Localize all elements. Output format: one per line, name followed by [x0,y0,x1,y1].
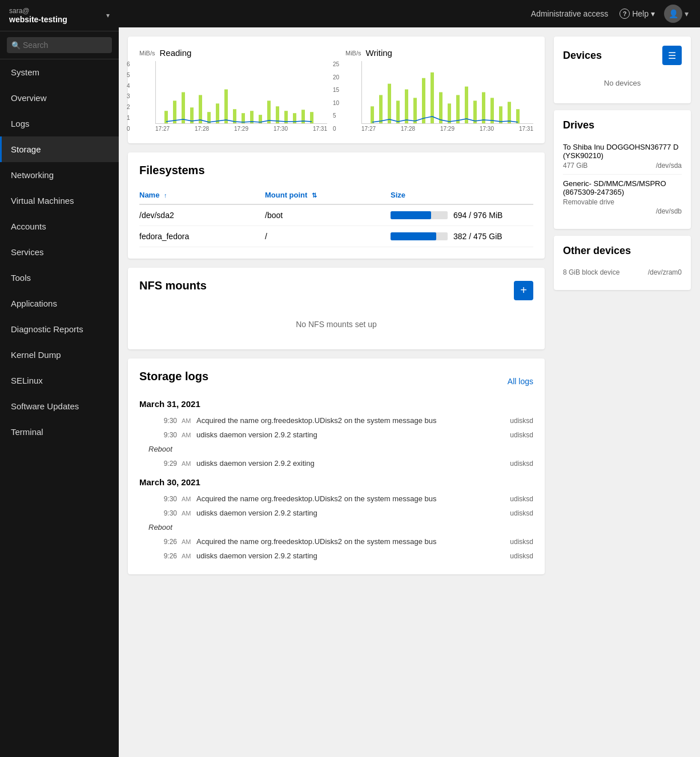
main-area: Administrative access ? Help ▾ 👤 ▾ MiB/s… [119,0,700,757]
log-time: 9:30 [148,417,177,425]
devices-card-header: Devices ☰ [563,46,682,65]
log-am: AM [182,460,192,467]
zram0-name: 8 GiB block device [563,268,619,276]
storage-logs-card: Storage logs All logs March 31, 2021 9:3… [128,359,545,574]
col-name[interactable]: Name ↑ [139,186,265,204]
log-am: AM [182,432,192,438]
table-row: fedora_fedora / 382 / 475 GiB [139,226,533,247]
writing-chart-area [361,61,533,124]
user-email: sara@ [9,7,67,15]
all-logs-link[interactable]: All logs [508,377,533,386]
table-row: /dev/sda2 /boot 694 / 976 MiB [139,204,533,226]
sidebar-item-overview[interactable]: Overview [0,85,119,111]
log-am: AM [182,538,192,545]
sidebar-item-kernel-dump[interactable]: Kernel Dump [0,342,119,368]
log-am: AM [182,496,192,502]
reading-chart-area [155,61,327,124]
log-reboot: Reboot [139,442,533,456]
drive-sdb-device: /dev/sdb [656,207,682,215]
reading-chart-container: MiB/s Reading 6543210 [139,48,327,132]
log-msg: udisks daemon version 2.9.2 starting [196,509,505,517]
sidebar-search-container: 🔍 [0,31,119,59]
right-panel: Devices ☰ No devices Drives To Shiba Inu… [554,37,691,748]
drive-item-sdb: Generic- SD/MMC/MS/MSPRO (8675309-247365… [563,175,682,220]
other-devices-title: Other devices [563,245,631,257]
log-reboot: Reboot [139,520,533,534]
col-mount[interactable]: Mount point ⇅ [265,186,391,204]
log-entry: 9:30 AM Acquired the name org.freedeskto… [139,413,533,428]
filesystems-title: Filesystems [139,164,533,177]
sidebar-item-logs[interactable]: Logs [0,111,119,136]
main-content: MiB/s Reading 6543210 [128,37,545,748]
writing-chart-container: MiB/s Writing 2520151050 [345,48,533,132]
sidebar-item-system[interactable]: System [0,59,119,85]
log-source: udisksd [510,431,533,439]
drives-card: Drives To Shiba Inu DOGGOHSN36777 D (YSK… [554,110,691,229]
sidebar-header[interactable]: sara@ website-testing ▾ [0,0,119,31]
log-msg: Acquired the name org.freedesktop.UDisks… [196,416,505,425]
log-time: 9:30 [148,431,177,439]
svg-rect-6 [216,103,219,123]
drive-item-sda: To Shiba Inu DOGGOHSN36777 D (YSK90210) … [563,138,682,175]
writing-title: Writing [366,48,392,58]
log-entry: 9:26 AM udisks daemon version 2.9.2 star… [139,549,533,563]
search-icon: 🔍 [11,41,21,50]
devices-title: Devices [563,50,602,62]
sidebar-item-tools[interactable]: Tools [0,265,119,291]
help-button[interactable]: ? Help ▾ [619,9,655,19]
chevron-down-icon: ▾ [106,11,110,19]
zram0-meta: 8 GiB block device /dev/zram0 [563,268,682,276]
reading-x-labels: 17:2717:2817:2917:3017:31 [155,126,327,132]
filesystems-table: Name ↑ Mount point ⇅ Size [139,186,533,247]
svg-rect-24 [422,78,425,123]
user-menu-chevron-icon[interactable]: ▾ [685,9,689,18]
fs-progress-bar [391,211,448,219]
log-msg: udisks daemon version 2.9.2 exiting [196,459,505,468]
devices-menu-button[interactable]: ☰ [662,46,682,65]
sidebar-item-diagnostic-reports[interactable]: Diagnostic Reports [0,316,119,342]
nfs-add-button[interactable]: + [514,281,533,300]
sidebar-item-terminal[interactable]: Terminal [0,419,119,445]
reading-y-labels: 6543210 [127,61,130,132]
user-info: sara@ website-testing [9,7,67,24]
log-entry: 9:26 AM Acquired the name org.freedeskto… [139,534,533,549]
sidebar-item-networking[interactable]: Networking [0,162,119,188]
filesystems-card: Filesystems Name ↑ Mount point ⇅ [128,152,545,259]
sidebar-item-applications[interactable]: Applications [0,291,119,316]
sidebar-item-accounts[interactable]: Accounts [0,214,119,239]
fs-progress-fill [391,232,436,240]
sidebar-item-selinux[interactable]: SELinux [0,368,119,393]
fs-name: fedora_fedora [139,226,265,247]
drives-title: Drives [563,119,594,131]
log-msg: Acquired the name org.freedesktop.UDisks… [196,537,505,546]
log-entry: 9:30 AM udisks daemon version 2.9.2 star… [139,428,533,442]
no-devices-msg: No devices [563,72,682,94]
reading-unit: MiB/s [139,50,155,57]
svg-rect-2 [182,92,185,124]
log-time: 9:26 [148,538,177,546]
log-time: 9:29 [148,460,177,468]
sidebar-item-virtual-machines[interactable]: Virtual Machines [0,188,119,214]
svg-rect-20 [388,84,391,123]
charts-section: MiB/s Reading 6543210 [139,48,533,132]
svg-rect-32 [490,98,494,123]
svg-rect-23 [413,98,417,123]
log-source: udisksd [510,509,533,517]
fs-name: /dev/sda2 [139,204,265,226]
svg-rect-19 [379,95,383,123]
sidebar-item-software-updates[interactable]: Software Updates [0,393,119,419]
writing-x-labels: 17:2717:2817:2917:3017:31 [361,126,533,132]
log-date: March 31, 2021 [139,399,533,409]
svg-rect-25 [431,73,434,123]
search-input[interactable] [7,37,112,53]
log-msg: udisks daemon version 2.9.2 starting [196,430,505,439]
sidebar-item-storage[interactable]: Storage [0,136,119,162]
nfs-title: NFS mounts [139,279,207,292]
avatar-icon: 👤 [669,9,678,18]
svg-rect-4 [199,95,202,123]
avatar[interactable]: 👤 [664,5,682,23]
admin-access-label: Administrative access [531,9,608,18]
sidebar-item-services[interactable]: Services [0,239,119,265]
drive-sda-device: /dev/sda [656,162,682,170]
other-device-zram0: 8 GiB block device /dev/zram0 [563,264,682,281]
